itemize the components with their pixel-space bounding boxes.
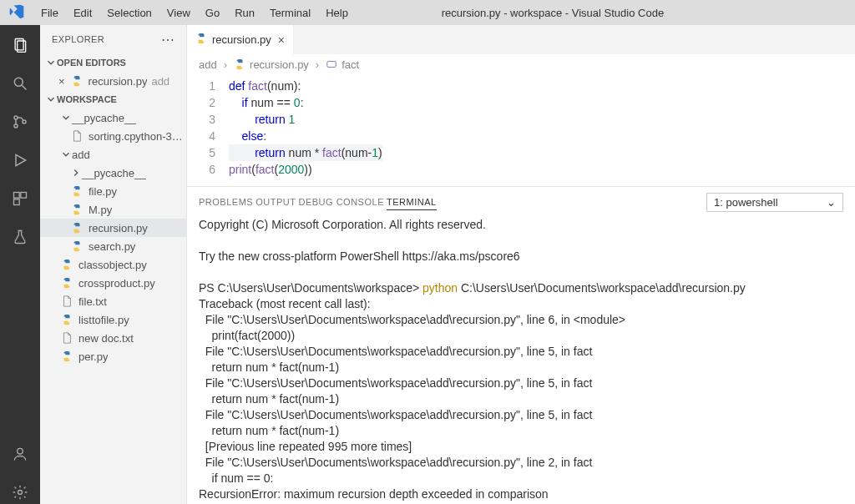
file-icon (70, 129, 83, 143)
file-file-txt[interactable]: file.txt (40, 292, 186, 310)
python-file-icon (70, 184, 83, 198)
open-editors-section[interactable]: OPEN EDITORS (40, 53, 186, 72)
crumb-file[interactable]: recursion.py (234, 58, 309, 71)
python-file-icon (70, 221, 83, 234)
file-per-py[interactable]: per.py (40, 347, 186, 365)
svg-rect-10 (14, 199, 20, 205)
tab-recursion[interactable]: recursion.py × (187, 25, 294, 54)
sidebar: EXPLORER ⋯ OPEN EDITORS × recursion.py a… (40, 25, 187, 504)
python-file-icon (60, 313, 73, 326)
accounts-icon[interactable] (8, 442, 32, 466)
explorer-title: EXPLORER (52, 34, 104, 44)
svg-rect-13 (327, 62, 336, 68)
file-m-py[interactable]: M.py (40, 200, 186, 219)
file-icon (60, 331, 73, 345)
svg-point-12 (18, 491, 23, 495)
panel-tab-terminal[interactable]: TERMINAL (387, 197, 437, 210)
python-file-icon (60, 276, 73, 290)
crumb-symbol[interactable]: fact (326, 58, 359, 71)
svg-point-11 (18, 448, 23, 454)
editor-area: recursion.py × add › recursion.py › fact… (187, 25, 855, 504)
more-actions-icon[interactable]: ⋯ (161, 32, 175, 48)
svg-line-3 (23, 86, 27, 90)
menu-view[interactable]: View (159, 7, 198, 19)
file-file-py[interactable]: file.py (40, 182, 186, 200)
chevron-down-icon (60, 112, 72, 123)
menu-selection[interactable]: Selection (99, 7, 159, 19)
python-file-icon (70, 203, 83, 216)
vscode-logo-icon (5, 3, 33, 23)
workspace-section[interactable]: WORKSPACE (40, 90, 186, 108)
menu-go[interactable]: Go (198, 7, 227, 19)
close-icon[interactable]: × (278, 33, 285, 47)
code-content[interactable]: def fact(num): if num == 0: return 1 els… (229, 78, 382, 178)
tab-label: recursion.py (212, 33, 271, 46)
chevron-right-icon: › (316, 58, 319, 71)
sidebar-header: EXPLORER ⋯ (40, 25, 186, 53)
svg-marker-7 (16, 154, 26, 165)
chevron-down-icon (45, 57, 57, 68)
file-recursion-py[interactable]: recursion.py (40, 219, 186, 237)
svg-point-2 (14, 78, 23, 86)
testing-icon[interactable] (8, 225, 32, 249)
explorer-icon[interactable] (8, 33, 32, 57)
svg-point-6 (23, 120, 26, 123)
editor-tabs: recursion.py × (187, 25, 855, 54)
svg-rect-8 (14, 193, 20, 199)
panel-tabs: PROBLEMS OUTPUT DEBUG CONSOLE TERMINAL 1… (187, 187, 855, 217)
svg-point-4 (14, 116, 18, 119)
menu-edit[interactable]: Edit (66, 7, 99, 19)
file-crossproduct-py[interactable]: crossproduct.py (40, 274, 186, 292)
svg-rect-9 (21, 193, 27, 199)
menubar: FileEditSelectionViewGoRunTerminalHelp r… (0, 0, 855, 25)
menu-file[interactable]: File (33, 7, 66, 19)
file-sorting-cpython-38----[interactable]: sorting.cpython-38.... (40, 127, 186, 145)
python-file-icon (70, 74, 83, 88)
window-title: recursion.py - workspace - Visual Studio… (356, 7, 850, 19)
panel-tab-problems[interactable]: PROBLEMS (199, 197, 253, 207)
line-gutter: 123456 (187, 78, 229, 178)
file-classobject-py[interactable]: classobject.py (40, 255, 186, 274)
file-listtofile-py[interactable]: listtofile.py (40, 310, 186, 329)
chevron-down-icon (45, 93, 57, 105)
svg-point-5 (14, 124, 18, 128)
folder---pycache--[interactable]: __pycache__ (40, 164, 186, 182)
panel: PROBLEMS OUTPUT DEBUG CONSOLE TERMINAL 1… (187, 186, 855, 504)
panel-tab-output[interactable]: OUTPUT (255, 197, 296, 207)
breadcrumb[interactable]: add › recursion.py › fact (187, 54, 855, 74)
file-icon (60, 295, 73, 308)
file-new-doc-txt[interactable]: new doc.txt (40, 329, 186, 347)
panel-tab-debug-console[interactable]: DEBUG CONSOLE (299, 197, 384, 207)
folder---pycache--[interactable]: __pycache__ (40, 108, 186, 127)
python-file-icon (60, 258, 73, 271)
chevron-right-icon (70, 167, 82, 179)
source-control-icon[interactable] (8, 110, 32, 134)
terminal-selector[interactable]: 1: powershell ⌄ (706, 193, 843, 212)
code-editor[interactable]: 123456 def fact(num): if num == 0: retur… (187, 74, 855, 186)
extensions-icon[interactable] (8, 187, 32, 210)
file-search-py[interactable]: search.py (40, 237, 186, 255)
search-icon[interactable] (8, 72, 32, 95)
close-icon[interactable]: × (58, 75, 65, 88)
python-file-icon (70, 239, 83, 253)
python-file-icon (60, 350, 73, 363)
folder-add[interactable]: add (40, 145, 186, 164)
chevron-down-icon (60, 149, 72, 160)
open-editor-item[interactable]: × recursion.py add (40, 72, 186, 90)
terminal-output[interactable]: Copyright (C) Microsoft Corporation. All… (187, 217, 855, 504)
menu-terminal[interactable]: Terminal (262, 7, 318, 19)
python-file-icon (195, 33, 207, 47)
chevron-right-icon: › (224, 58, 227, 71)
chevron-down-icon: ⌄ (827, 196, 836, 209)
activity-bar (0, 25, 40, 504)
crumb-folder[interactable]: add (199, 58, 217, 71)
run-debug-icon[interactable] (8, 149, 32, 172)
settings-gear-icon[interactable] (8, 481, 32, 504)
menu-run[interactable]: Run (227, 7, 262, 19)
menu-help[interactable]: Help (318, 7, 356, 19)
